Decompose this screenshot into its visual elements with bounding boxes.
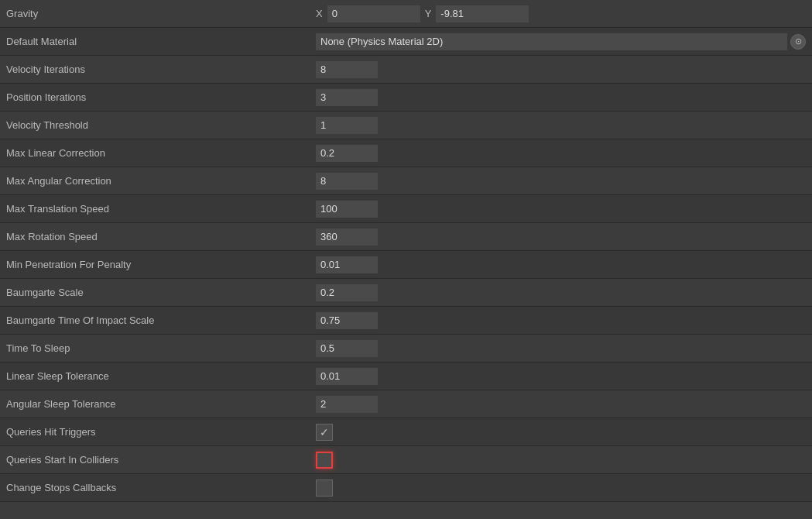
prop-row-velocity-iterations: Velocity Iterations: [0, 56, 812, 84]
input-max-linear-correction[interactable]: [316, 145, 378, 162]
label-default-material: Default Material: [6, 36, 316, 47]
input-max-translation-speed[interactable]: [316, 201, 378, 218]
prop-row-angular-sleep-tolerance: Angular Sleep Tolerance: [0, 390, 812, 418]
label-min-penetration-penalty: Min Penetration For Penalty: [6, 259, 316, 270]
label-angular-sleep-tolerance: Angular Sleep Tolerance: [6, 398, 316, 410]
input-time-to-sleep[interactable]: [316, 340, 378, 357]
value-area-queries-hit-triggers: [316, 424, 806, 441]
label-baumgarte-toi-scale: Baumgarte Time Of Impact Scale: [6, 314, 316, 326]
prop-row-gravity: GravityXY: [0, 0, 812, 28]
value-area-velocity-iterations: [316, 61, 806, 78]
material-picker-button[interactable]: ⊙: [790, 34, 806, 50]
value-area-max-rotation-speed: [316, 229, 806, 246]
prop-row-change-stops-callbacks: Change Stops Callbacks: [0, 474, 812, 502]
physics-2d-panel: GravityXYDefault Material⊙Velocity Itera…: [0, 0, 812, 502]
prop-row-max-linear-correction: Max Linear Correction: [0, 139, 812, 167]
prop-row-default-material: Default Material⊙: [0, 28, 812, 56]
label-time-to-sleep: Time To Sleep: [6, 342, 316, 354]
value-area-time-to-sleep: [316, 340, 806, 357]
input-position-iterations[interactable]: [316, 89, 378, 106]
prop-row-max-translation-speed: Max Translation Speed: [0, 195, 812, 223]
value-area-default-material: ⊙: [316, 33, 806, 50]
prop-row-min-penetration-penalty: Min Penetration For Penalty: [0, 251, 812, 279]
input-max-rotation-speed[interactable]: [316, 229, 378, 246]
value-area-max-translation-speed: [316, 201, 806, 218]
input-linear-sleep-tolerance[interactable]: [316, 368, 378, 385]
prop-row-time-to-sleep: Time To Sleep: [0, 335, 812, 363]
label-linear-sleep-tolerance: Linear Sleep Tolerance: [6, 370, 316, 382]
prop-row-max-rotation-speed: Max Rotation Speed: [0, 223, 812, 251]
gravity-y-input[interactable]: [436, 5, 529, 22]
value-area-min-penetration-penalty: [316, 256, 806, 273]
input-baumgarte-toi-scale[interactable]: [316, 312, 378, 329]
value-area-angular-sleep-tolerance: [316, 396, 806, 413]
label-queries-start-in-colliders: Queries Start In Colliders: [6, 454, 316, 466]
label-queries-hit-triggers: Queries Hit Triggers: [6, 426, 316, 438]
gravity-x-input[interactable]: [327, 5, 420, 22]
value-area-velocity-threshold: [316, 117, 806, 134]
input-angular-sleep-tolerance[interactable]: [316, 396, 378, 413]
label-max-translation-speed: Max Translation Speed: [6, 203, 316, 215]
value-area-max-angular-correction: [316, 173, 806, 190]
label-max-linear-correction: Max Linear Correction: [6, 147, 316, 159]
prop-row-queries-start-in-colliders: Queries Start In Colliders: [0, 446, 812, 474]
gravity-x-label: X: [316, 8, 323, 19]
checkbox-change-stops-callbacks[interactable]: [316, 479, 333, 497]
value-area-gravity: XY: [316, 5, 806, 22]
checkbox-queries-hit-triggers[interactable]: [316, 424, 333, 441]
input-baumgarte-scale[interactable]: [316, 284, 378, 301]
input-velocity-threshold[interactable]: [316, 117, 378, 134]
value-area-linear-sleep-tolerance: [316, 368, 806, 385]
input-min-penetration-penalty[interactable]: [316, 256, 378, 273]
label-change-stops-callbacks: Change Stops Callbacks: [6, 482, 316, 493]
label-position-iterations: Position Iterations: [6, 91, 316, 103]
prop-row-max-angular-correction: Max Angular Correction: [0, 167, 812, 195]
value-area-baumgarte-scale: [316, 284, 806, 301]
label-max-angular-correction: Max Angular Correction: [6, 175, 316, 187]
prop-row-queries-hit-triggers: Queries Hit Triggers: [0, 418, 812, 446]
value-area-queries-start-in-colliders: [316, 452, 806, 469]
label-max-rotation-speed: Max Rotation Speed: [6, 231, 316, 242]
prop-row-baumgarte-toi-scale: Baumgarte Time Of Impact Scale: [0, 307, 812, 335]
value-area-position-iterations: [316, 89, 806, 106]
value-area-baumgarte-toi-scale: [316, 312, 806, 329]
label-velocity-threshold: Velocity Threshold: [6, 119, 316, 131]
value-area-change-stops-callbacks: [316, 479, 806, 497]
prop-row-linear-sleep-tolerance: Linear Sleep Tolerance: [0, 363, 812, 390]
value-area-max-linear-correction: [316, 145, 806, 162]
gravity-y-label: Y: [425, 8, 432, 19]
checkbox-queries-start-in-colliders[interactable]: [316, 452, 333, 469]
prop-row-velocity-threshold: Velocity Threshold: [0, 112, 812, 139]
prop-row-position-iterations: Position Iterations: [0, 84, 812, 112]
input-max-angular-correction[interactable]: [316, 173, 378, 190]
label-baumgarte-scale: Baumgarte Scale: [6, 287, 316, 298]
input-velocity-iterations[interactable]: [316, 61, 378, 78]
material-input[interactable]: [316, 33, 787, 50]
prop-row-baumgarte-scale: Baumgarte Scale: [0, 279, 812, 307]
label-gravity: Gravity: [6, 8, 316, 19]
label-velocity-iterations: Velocity Iterations: [6, 64, 316, 75]
